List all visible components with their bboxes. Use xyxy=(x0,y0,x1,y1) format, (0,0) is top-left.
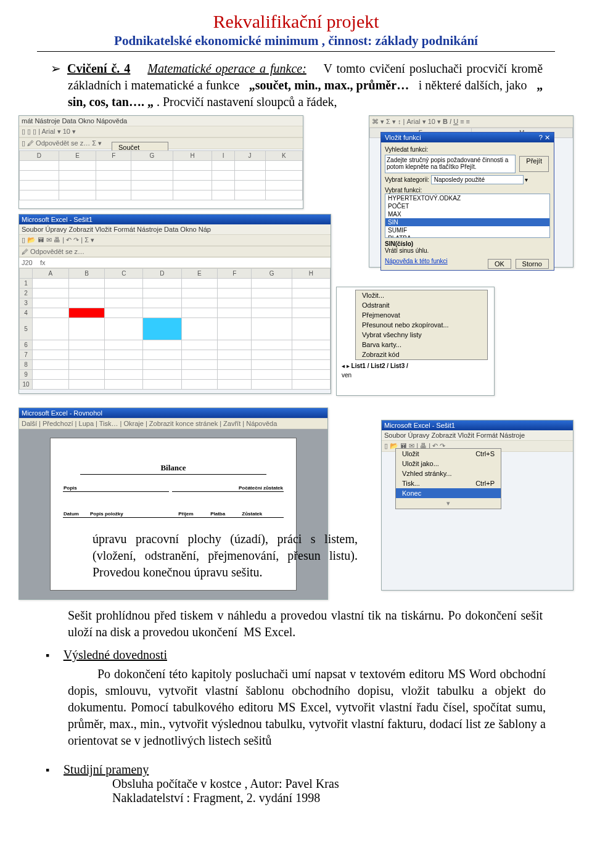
namebox[interactable]: J20 fx xyxy=(19,257,331,268)
exercise-label: Cvičení č. 4 xyxy=(67,62,130,75)
menu-saveas[interactable]: Uložit jako... xyxy=(396,459,501,469)
file-menu-popup[interactable]: UložitCtrl+S Uložit jako... Vzhled strán… xyxy=(395,448,501,509)
preview-toolbar: Další | Předchozí | Lupa | Tisk… | Okraj… xyxy=(19,418,327,429)
arrow-icon: ➢ xyxy=(51,60,63,77)
menubar: Soubor Úpravy Zobrazit Vložit Formát Nás… xyxy=(19,224,331,234)
window-title: Microsoft Excel - Sešit1 xyxy=(19,215,331,224)
fn-label: Vybrat funkci: xyxy=(385,187,550,194)
screenshot-cluster-1: mát Nástroje Data Okno Nápověda ▯ ▯ ▯ | … xyxy=(18,115,574,399)
toolbar-2: 🖉 Odpovědět se z… xyxy=(19,246,331,257)
results-heading: Výsledné dovednosti xyxy=(64,648,167,661)
screenshot-insert-function: ⌘ ▾ Σ ▾ ↕ | Arial ▾ 10 ▾ B I U ≡ ≡ FM Vl… xyxy=(369,115,574,268)
insert-function-dialog[interactable]: Vložit funkci? ✕ Vyhledat funkci: Zadejt… xyxy=(380,132,554,271)
sheet-tabs[interactable]: ◂ ▸ List1 / List2 / List3 / xyxy=(337,360,494,372)
statusbar: ven xyxy=(337,372,494,379)
screenshot-cluster-2: Microsoft Excel - Rovnohol Další | Předc… xyxy=(18,407,574,605)
menu-print[interactable]: Tisk...Ctrl+P xyxy=(396,478,501,488)
cancel-button[interactable]: Storno xyxy=(516,259,549,269)
fn-description: Vrátí sinus úhlu. xyxy=(385,247,550,254)
ctx-insert[interactable]: Vložit... xyxy=(356,290,487,300)
screenshot-sheet: Microsoft Excel - Sešit1 Soubor Úpravy Z… xyxy=(18,214,331,394)
menubar: mát Nástroje Data Okno Nápověda xyxy=(19,116,303,126)
menu-save[interactable]: UložitCtrl+S xyxy=(396,449,501,459)
screenshot-autosum-menu: mát Nástroje Data Okno Nápověda ▯ ▯ ▯ | … xyxy=(18,115,303,209)
help-link[interactable]: Nápověda k této funkci xyxy=(385,258,448,264)
paragraph-ops: úpravu pracovní plochy (úzadí), práci s … xyxy=(92,531,358,581)
exercise-text2: i některé dalších, jako xyxy=(419,78,527,92)
expand-icon[interactable]: ▾ xyxy=(396,498,501,509)
toolbar: ⌘ ▾ Σ ▾ ↕ | Arial ▾ 10 ▾ B I U ≡ ≡ xyxy=(369,116,573,128)
category-select[interactable]: Naposledy použité xyxy=(431,175,524,184)
ctx-select-all[interactable]: Vybrat všechny listy xyxy=(356,330,487,340)
square-bullet-icon: ▪ xyxy=(46,764,60,777)
ref-line-2: Nakladatelství : Fragment, 2. vydání 199… xyxy=(112,791,549,805)
exercise-bold1: „součet, min., max., průměr… xyxy=(249,78,409,92)
dlg-search-label: Vyhledat funkci: xyxy=(385,146,550,153)
exercise-text3: . Procvičí nastavení sloupců a řádek, xyxy=(157,95,337,108)
preview-heading: Bilance xyxy=(80,463,266,475)
refs-heading: Studijní prameny xyxy=(64,763,149,776)
ctx-move[interactable]: Přesunout nebo zkopírovat... xyxy=(356,320,487,330)
paragraph-ops-cont: Sešit prohlídnou před tiskem v náhledu a… xyxy=(68,607,543,641)
function-list[interactable]: HYPERTEXTOVÝ.ODKAZPOČETMAX SIN SUMIFPLAT… xyxy=(385,194,550,238)
doc-title: Rekvalifikační projekt xyxy=(0,11,592,32)
category-label: Vybrat kategorii: xyxy=(385,176,429,183)
window-title: Microsoft Excel - Rovnohol xyxy=(19,408,327,418)
screenshot-tab-context: Vložit... Odstranit Přejmenovat Přesunou… xyxy=(336,287,495,396)
ref-line-1: Obsluha počítače v kostce , Autor: Pavel… xyxy=(112,777,549,791)
help-icon[interactable]: ? ✕ xyxy=(539,134,550,142)
search-desc[interactable]: Zadejte stručný popis požadované činnost… xyxy=(385,155,516,173)
menu-exit[interactable]: Konec xyxy=(396,488,501,498)
fn-signature: SIN(číslo) xyxy=(385,240,413,247)
go-button[interactable]: Přejít xyxy=(519,156,549,172)
divider xyxy=(37,51,555,52)
ctx-delete[interactable]: Odstranit xyxy=(356,300,487,310)
dialog-title: Vložit funkci xyxy=(385,134,421,141)
screenshot-file-menu: Microsoft Excel - Sešit1 Soubor Úpravy Z… xyxy=(381,420,574,591)
grid[interactable]: ABCD EFGH 1 2 3 4 5 6 7 8 9 10 xyxy=(19,268,331,390)
square-bullet-icon: ▪ xyxy=(46,649,60,662)
ctx-rename[interactable]: Přejmenovat xyxy=(356,310,487,320)
toolbar: ▯ ▯ ▯ | Arial ▾ 10 ▾ xyxy=(19,126,303,137)
exercise-paragraph: ➢ Cvičení č. 4 Matematické operace a fun… xyxy=(68,60,543,110)
exercise-title: Matematické operace a funkce: xyxy=(147,62,306,75)
ok-button[interactable]: OK xyxy=(488,259,511,269)
results-text: Po dokončení této kapitoly posluchači um… xyxy=(68,666,546,749)
toolbar: ▯ 📂 🖬 ✉ 🖶 | ↶ ↷ | Σ ▾ xyxy=(19,234,331,246)
ctx-tab-color[interactable]: Barva karty... xyxy=(356,340,487,350)
doc-subtitle: Podnikatelské ekonomické minimum , činno… xyxy=(0,33,592,49)
tab-context-menu[interactable]: Vložit... Odstranit Přejmenovat Přesunou… xyxy=(355,290,488,360)
menubar: Soubor Úpravy Zobrazit Vložit Formát Nás… xyxy=(382,430,573,440)
grid: DEFG HIJK xyxy=(19,150,303,208)
menu-pagesetup[interactable]: Vzhled stránky... xyxy=(396,469,501,478)
window-title: Microsoft Excel - Sešit1 xyxy=(382,420,573,430)
ctx-view-code[interactable]: Zobrazit kód xyxy=(356,350,487,359)
